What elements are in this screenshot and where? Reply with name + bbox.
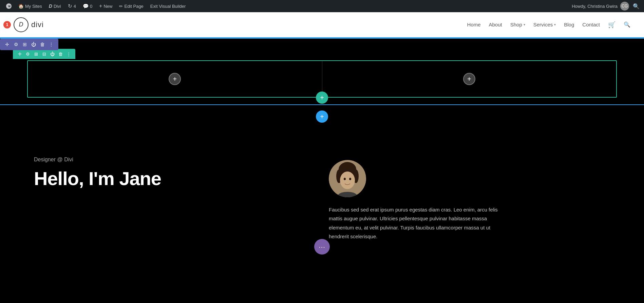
admin-bar: 🏠 My Sites D Divi ↻ 4 💬 0 + New ✏ Edit P… [0, 0, 644, 12]
svg-point-6 [349, 178, 351, 180]
page-wrapper: 1 D divi Home About Shop ▾ Services ▾ [0, 12, 644, 261]
nav-home-label: Home [467, 22, 480, 27]
hero-title: Hello, I'm Jane [34, 168, 315, 189]
updates-icon: ↻ [68, 3, 72, 9]
column-right: + [322, 61, 617, 97]
row-columns-btn[interactable]: ⊟ [41, 50, 48, 57]
logo-circle: D [14, 17, 29, 32]
hero-body-text: Faucibus sed sed erat ipsum purus egesta… [329, 205, 505, 241]
add-row-btn[interactable]: + [316, 92, 328, 104]
wp-logo-button[interactable] [3, 0, 14, 12]
sites-icon: 🏠 [18, 4, 24, 9]
hero-left: Designer @ Divi Hello, I'm Jane [34, 157, 329, 189]
badge-count: 1 [6, 22, 8, 27]
nav-shop[interactable]: Shop ▾ [510, 22, 525, 27]
svg-point-5 [344, 178, 346, 180]
row-delete-btn[interactable]: 🗑 [57, 50, 64, 57]
nav-about[interactable]: About [489, 22, 502, 27]
edit-pencil-icon: ✏ [119, 4, 123, 9]
notification-badge: 1 [3, 21, 11, 28]
row-wrapper: ✛ ⚙ ⊞ ⊟ ⏻ 🗑 ⋮ + + [14, 60, 630, 98]
section-toolbar: ✛ ⚙ ⊞ ⏻ 🗑 ⋮ [0, 39, 58, 50]
row-toolbar: ✛ ⚙ ⊞ ⊟ ⏻ 🗑 ⋮ [13, 49, 75, 59]
nav-about-label: About [489, 22, 502, 27]
site-logo[interactable]: D divi [14, 17, 44, 32]
add-module-right-btn[interactable]: + [463, 73, 475, 85]
section-move-btn[interactable]: ✛ [3, 41, 11, 48]
site-nav: Home About Shop ▾ Services ▾ Blog Contac… [467, 21, 630, 28]
main-content: ✛ ⚙ ⊞ ⏻ 🗑 ⋮ ✛ ⚙ ⊞ ⊟ ⏻ 🗑 ⋮ [0, 39, 644, 261]
nav-contact-label: Contact [582, 22, 600, 27]
nav-services-label: Services [533, 22, 553, 27]
new-button[interactable]: + New [96, 0, 115, 12]
nav-search-icon[interactable]: 🔍 [624, 21, 630, 28]
hero-right: Faucibus sed sed erat ipsum purus egesta… [329, 157, 610, 241]
nav-shop-label: Shop [510, 22, 522, 27]
my-sites-button[interactable]: 🏠 My Sites [16, 0, 45, 12]
row-more-btn[interactable]: ⋮ [65, 50, 72, 57]
comments-icon: 💬 [83, 3, 89, 9]
admin-bar-right: Howdy, Christina Gwira CG 🔍 [572, 2, 641, 11]
shop-dropdown-arrow: ▾ [524, 23, 525, 26]
exit-builder-label: Exit Visual Builder [150, 4, 186, 9]
admin-search-icon[interactable]: 🔍 [632, 2, 641, 11]
logo-letter: D [19, 21, 23, 28]
divi-button[interactable]: D Divi [46, 0, 64, 12]
comments-count: 0 [90, 4, 92, 9]
comments-button[interactable]: 💬 0 [80, 0, 95, 12]
exit-builder-button[interactable]: Exit Visual Builder [148, 0, 189, 12]
howdy-text: Howdy, Christina Gwira [572, 4, 618, 9]
nav-blog[interactable]: Blog [564, 22, 574, 27]
section-delete-btn[interactable]: 🗑 [39, 41, 46, 48]
user-avatar[interactable]: CG [620, 2, 629, 11]
edit-page-button[interactable]: ✏ Edit Page [116, 0, 146, 12]
divi-label: Divi [54, 4, 61, 9]
floating-dots-btn[interactable]: ··· [314, 239, 330, 255]
nav-contact[interactable]: Contact [582, 22, 600, 27]
svg-point-4 [340, 171, 355, 189]
add-section-wrapper: + [0, 104, 644, 129]
nav-cart-icon[interactable]: 🛒 [608, 21, 615, 28]
section-toolbar-area: ✛ ⚙ ⊞ ⏻ 🗑 ⋮ [0, 39, 644, 54]
divi-icon: D [49, 3, 52, 9]
nav-blog-label: Blog [564, 22, 574, 27]
editable-section: ✛ ⚙ ⊞ ⊟ ⏻ 🗑 ⋮ + + [0, 54, 644, 104]
updates-count: 4 [74, 4, 76, 9]
logo-text: divi [31, 20, 44, 29]
add-module-left-btn[interactable]: + [169, 73, 181, 85]
add-section-btn[interactable]: + [316, 110, 328, 123]
hero-subtitle: Designer @ Divi [34, 157, 315, 163]
edit-page-label: Edit Page [124, 4, 143, 9]
row-power-btn[interactable]: ⏻ [49, 50, 56, 57]
row-move-btn[interactable]: ✛ [16, 50, 23, 57]
section-more-btn[interactable]: ⋮ [48, 41, 55, 48]
section-settings-btn[interactable]: ⚙ [12, 41, 20, 48]
nav-home[interactable]: Home [467, 22, 480, 27]
hero-avatar [329, 160, 366, 197]
my-sites-label: My Sites [25, 4, 42, 9]
row-resize-btn[interactable]: ⊞ [33, 50, 39, 57]
section-resize-btn[interactable]: ⊞ [21, 41, 29, 48]
new-label: New [103, 4, 112, 9]
nav-services[interactable]: Services ▾ [533, 22, 556, 27]
new-plus-icon: + [99, 3, 102, 9]
row-settings-btn[interactable]: ⚙ [24, 50, 31, 57]
section-power-btn[interactable]: ⏻ [30, 41, 37, 48]
services-dropdown-arrow: ▾ [554, 23, 556, 26]
site-header: 1 D divi Home About Shop ▾ Services ▾ [0, 12, 644, 37]
hero-wrapper: Designer @ Divi Hello, I'm Jane [0, 129, 644, 261]
updates-button[interactable]: ↻ 4 [65, 0, 79, 12]
column-left: + [28, 61, 322, 97]
